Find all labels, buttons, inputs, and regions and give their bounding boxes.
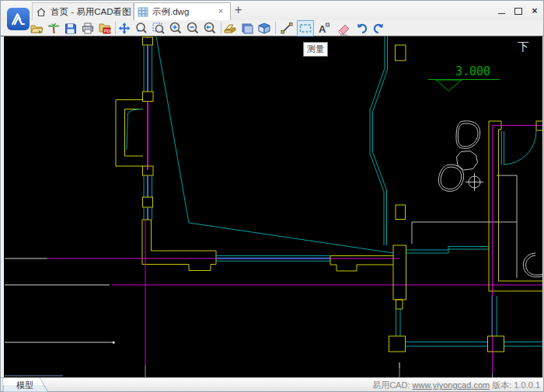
zigzag-wall	[370, 36, 388, 245]
model-tab[interactable]: 模型	[2, 378, 54, 392]
pan-button[interactable]	[117, 21, 132, 36]
column-box-mid	[396, 205, 406, 220]
app-window: 首页 - 易用CAD看图 示例.dwg × + ×	[0, 0, 544, 392]
home-icon	[36, 7, 47, 17]
svg-text:PDF: PDF	[104, 29, 113, 33]
right-wall	[489, 121, 501, 291]
preview-button[interactable]	[46, 21, 61, 36]
bottom-window	[216, 256, 330, 262]
toolbar: PDF	[1, 20, 543, 36]
tab-home[interactable]: 首页 - 易用CAD看图	[32, 2, 134, 20]
square-column-left	[389, 336, 406, 352]
status-bar: 模型 易用CAD: www.yiyongcad.com 版本: 1.0.0.1	[1, 377, 543, 391]
maximize-icon	[514, 8, 522, 15]
measure-tooltip: 测量	[303, 42, 328, 57]
zoom-out-button[interactable]	[185, 21, 201, 36]
tab-document-label: 示例.dwg	[152, 6, 189, 18]
column-box-top	[396, 45, 406, 61]
close-icon: ×	[529, 6, 540, 16]
tab-document[interactable]: 示例.dwg ×	[134, 2, 231, 20]
erase-button[interactable]	[337, 21, 352, 36]
model-tab-label: 模型	[16, 380, 33, 391]
layers-button[interactable]	[222, 21, 238, 36]
minimize-icon	[498, 13, 505, 14]
right-lower-wall	[489, 281, 542, 291]
title-tab-bar: 首页 - 易用CAD看图 示例.dwg × + ×	[1, 1, 543, 20]
axis-horizontal-3	[5, 342, 115, 344]
new-tab-button[interactable]: +	[235, 3, 242, 17]
website-link[interactable]: www.yiyongcad.com	[413, 380, 490, 390]
left-wall	[143, 36, 154, 220]
open-file-button[interactable]	[29, 21, 44, 36]
orientation-label: 下	[518, 40, 529, 53]
app-logo[interactable]	[7, 8, 30, 30]
tab-close-icon[interactable]: ×	[216, 6, 225, 16]
elevation-label: 3.000	[455, 64, 490, 78]
furniture	[438, 121, 542, 277]
annotate-text-button[interactable]: A	[316, 21, 332, 36]
drawing-canvas[interactable]: 3.000 下 测量	[4, 36, 542, 379]
version-label: 版本:	[492, 380, 511, 390]
undo-button[interactable]	[354, 21, 370, 36]
tab-home-label: 首页 - 易用CAD看图	[51, 6, 131, 18]
right-door	[502, 131, 537, 165]
diagonal-line	[156, 36, 393, 253]
save-button[interactable]	[63, 21, 78, 36]
export-pdf-button[interactable]: PDF	[97, 21, 113, 36]
print-button[interactable]	[80, 21, 96, 36]
measure-line-button[interactable]	[279, 21, 295, 36]
corner-wall	[142, 220, 216, 271]
status-info: 易用CAD: www.yiyongcad.com 版本: 1.0.0.1	[372, 380, 540, 391]
bottom-wall-right	[330, 256, 393, 272]
left-door-leaf	[127, 109, 142, 151]
cad-drawing: 3.000 下	[4, 36, 542, 379]
minimize-button[interactable]	[497, 6, 507, 16]
redo-button[interactable]	[371, 21, 386, 36]
view-3d-button[interactable]	[256, 21, 272, 36]
counter-lines	[412, 175, 517, 278]
version-value: 1.0.0.1	[514, 380, 540, 390]
zoom-window-button[interactable]	[151, 21, 166, 36]
zoom-dynamic-button[interactable]	[134, 21, 149, 36]
background-button[interactable]	[239, 21, 255, 36]
svg-text:A: A	[319, 23, 326, 35]
upper-window	[406, 247, 490, 254]
brand-label: 易用CAD:	[372, 380, 410, 390]
center-column	[393, 245, 406, 309]
close-button[interactable]: ×	[529, 6, 540, 16]
zoom-previous-button[interactable]	[202, 21, 218, 36]
maximize-button[interactable]	[513, 6, 524, 16]
left-door	[116, 100, 143, 167]
zoom-in-button[interactable]	[168, 21, 183, 36]
measure-rect-button[interactable]	[298, 21, 313, 36]
square-column-right	[488, 336, 504, 352]
elevation-marker	[428, 80, 500, 92]
drawing-grid-icon	[138, 7, 148, 17]
lower-windows	[396, 296, 543, 346]
